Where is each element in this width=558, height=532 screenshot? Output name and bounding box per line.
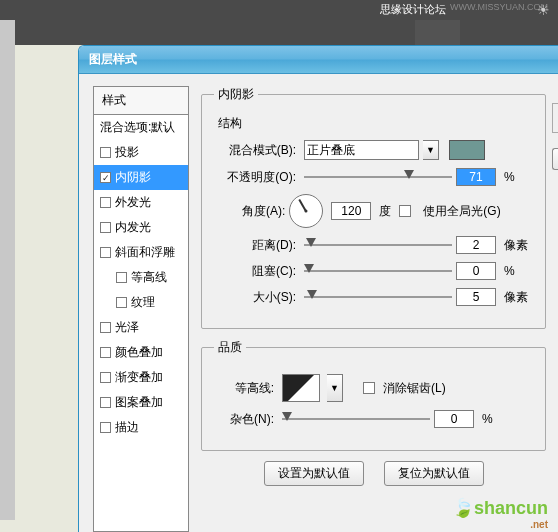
- style-item-label: 纹理: [131, 294, 155, 311]
- style-list: 样式 混合选项:默认投影✓内阴影外发光内发光斜面和浮雕等高线纹理光泽颜色叠加渐变…: [93, 86, 189, 532]
- structure-legend: 结构: [218, 115, 533, 132]
- angle-unit: 度: [379, 203, 391, 220]
- size-unit: 像素: [504, 289, 528, 306]
- style-item-投影[interactable]: 投影: [94, 140, 188, 165]
- antialias-checkbox[interactable]: [363, 382, 375, 394]
- style-item-渐变叠加[interactable]: 渐变叠加: [94, 365, 188, 390]
- style-item-外发光[interactable]: 外发光: [94, 190, 188, 215]
- size-label: 大小(S):: [214, 289, 296, 306]
- distance-row: 距离(D): 像素: [214, 236, 533, 254]
- style-item-等高线[interactable]: 等高线: [94, 265, 188, 290]
- watermark: 🍃shancun .net: [452, 497, 548, 530]
- checkbox-icon[interactable]: [100, 322, 111, 333]
- side-panel-fragment: [552, 103, 558, 133]
- brightness-icon[interactable]: ☀: [537, 2, 553, 18]
- style-item-图案叠加[interactable]: 图案叠加: [94, 390, 188, 415]
- blend-row: 混合模式(B): 正片叠底 ▼: [214, 140, 533, 160]
- style-list-header: 样式: [94, 87, 188, 115]
- style-item-混合选项:默认[interactable]: 混合选项:默认: [94, 115, 188, 140]
- style-item-内发光[interactable]: 内发光: [94, 215, 188, 240]
- window-title: 图层样式: [89, 51, 137, 68]
- contour-dropdown-icon[interactable]: ▼: [327, 374, 343, 402]
- noise-slider[interactable]: [282, 411, 430, 427]
- size-row: 大小(S): 像素: [214, 288, 533, 306]
- angle-row: 角度(A): 度 使用全局光(G): [242, 194, 533, 228]
- checkbox-icon[interactable]: [100, 422, 111, 433]
- global-light-label: 使用全局光(G): [423, 203, 500, 220]
- choke-row: 阻塞(C): %: [214, 262, 533, 280]
- side-new-button[interactable]: [552, 148, 558, 170]
- angle-label: 角度(A):: [242, 203, 285, 220]
- style-item-描边[interactable]: 描边: [94, 415, 188, 440]
- forum-label: 思缘设计论坛: [380, 2, 446, 17]
- angle-dial[interactable]: [289, 194, 323, 228]
- watermark-main: shancun: [474, 498, 548, 518]
- style-item-颜色叠加[interactable]: 颜色叠加: [94, 340, 188, 365]
- dark-panel: [415, 20, 460, 45]
- watermark-sub: .net: [452, 519, 548, 530]
- style-item-label: 内阴影: [115, 169, 151, 186]
- choke-input[interactable]: [456, 262, 496, 280]
- distance-unit: 像素: [504, 237, 528, 254]
- style-item-label: 混合选项:默认: [100, 119, 175, 136]
- reset-default-button[interactable]: 复位为默认值: [384, 461, 484, 486]
- checkbox-icon[interactable]: [100, 397, 111, 408]
- app-topbar: 思缘设计论坛 WWW.MISSYUAN.COM ☀: [0, 0, 558, 45]
- contour-label: 等高线:: [214, 380, 274, 397]
- checkbox-icon[interactable]: [116, 297, 127, 308]
- antialias-label: 消除锯齿(L): [383, 380, 446, 397]
- contour-row: 等高线: ▼ 消除锯齿(L): [214, 374, 533, 402]
- blend-mode-select[interactable]: 正片叠底: [304, 140, 419, 160]
- size-slider[interactable]: [304, 289, 452, 305]
- checkbox-icon[interactable]: [100, 147, 111, 158]
- window-titlebar[interactable]: 图层样式: [79, 46, 558, 74]
- style-item-label: 图案叠加: [115, 394, 163, 411]
- distance-slider[interactable]: [304, 237, 452, 253]
- choke-label: 阻塞(C):: [214, 263, 296, 280]
- checkbox-icon[interactable]: [100, 347, 111, 358]
- angle-input[interactable]: [331, 202, 371, 220]
- top-icon-group: ☀: [537, 2, 553, 18]
- checkbox-icon[interactable]: [100, 372, 111, 383]
- distance-label: 距离(D):: [214, 237, 296, 254]
- settings-pane: 内阴影 结构 混合模式(B): 正片叠底 ▼ 不透明度(O):: [189, 86, 558, 532]
- checkbox-icon[interactable]: [100, 222, 111, 233]
- choke-slider[interactable]: [304, 263, 452, 279]
- make-default-button[interactable]: 设置为默认值: [264, 461, 364, 486]
- layer-style-window: 图层样式 样式 混合选项:默认投影✓内阴影外发光内发光斜面和浮雕等高线纹理光泽颜…: [78, 45, 558, 532]
- style-item-label: 外发光: [115, 194, 151, 211]
- blend-label: 混合模式(B):: [214, 142, 296, 159]
- leaf-icon: 🍃: [452, 498, 474, 518]
- style-item-label: 描边: [115, 419, 139, 436]
- size-input[interactable]: [456, 288, 496, 306]
- style-item-光泽[interactable]: 光泽: [94, 315, 188, 340]
- opacity-unit: %: [504, 170, 515, 184]
- distance-input[interactable]: [456, 236, 496, 254]
- style-item-label: 斜面和浮雕: [115, 244, 175, 261]
- style-item-内阴影[interactable]: ✓内阴影: [94, 165, 188, 190]
- quality-legend: 品质: [214, 339, 246, 356]
- checkbox-icon[interactable]: [100, 247, 111, 258]
- checkbox-icon[interactable]: [100, 197, 111, 208]
- opacity-input[interactable]: [456, 168, 496, 186]
- noise-input[interactable]: [434, 410, 474, 428]
- default-buttons-row: 设置为默认值 复位为默认值: [201, 461, 546, 486]
- main-fieldset: 内阴影 结构 混合模式(B): 正片叠底 ▼ 不透明度(O):: [201, 86, 546, 329]
- global-light-checkbox[interactable]: [399, 205, 411, 217]
- blend-dropdown-icon[interactable]: ▼: [423, 140, 439, 160]
- style-item-label: 等高线: [131, 269, 167, 286]
- checkbox-icon[interactable]: ✓: [100, 172, 111, 183]
- contour-picker[interactable]: [282, 374, 320, 402]
- choke-unit: %: [504, 264, 515, 278]
- style-item-纹理[interactable]: 纹理: [94, 290, 188, 315]
- checkbox-icon[interactable]: [116, 272, 127, 283]
- style-item-label: 颜色叠加: [115, 344, 163, 361]
- top-watermark: WWW.MISSYUAN.COM: [450, 2, 548, 12]
- opacity-row: 不透明度(O): %: [214, 168, 533, 186]
- quality-fieldset: 品质 等高线: ▼ 消除锯齿(L) 杂色(N): %: [201, 339, 546, 451]
- shadow-color-swatch[interactable]: [449, 140, 485, 160]
- opacity-slider[interactable]: [304, 169, 452, 185]
- style-item-label: 内发光: [115, 219, 151, 236]
- noise-label: 杂色(N):: [214, 411, 274, 428]
- style-item-斜面和浮雕[interactable]: 斜面和浮雕: [94, 240, 188, 265]
